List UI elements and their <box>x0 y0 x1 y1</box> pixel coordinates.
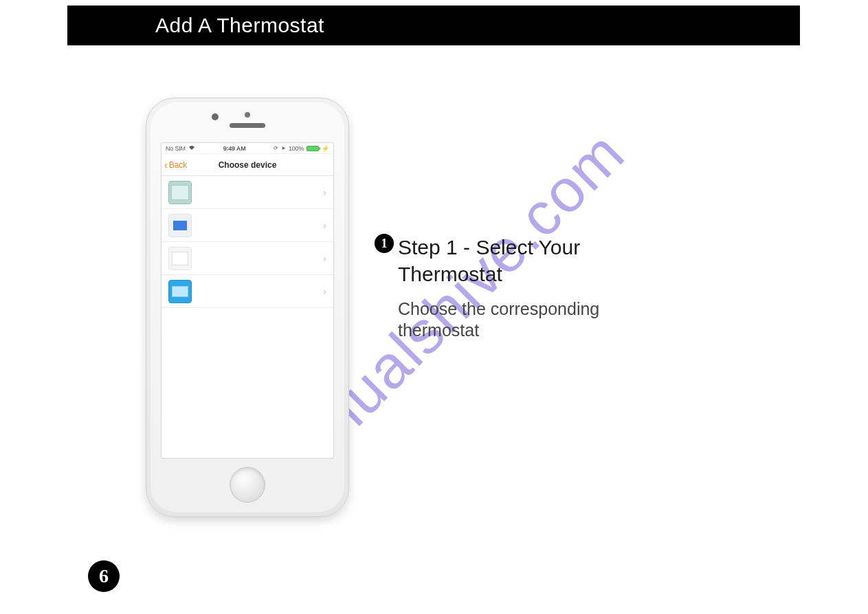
step-heading: 1 Step 1 - Select Your Thermostat <box>375 234 732 287</box>
device-row[interactable]: › <box>162 242 333 275</box>
status-right: ⟳ ➤ 100% ⚡ <box>274 145 329 152</box>
section-title-bar: Add A Thermostat <box>67 6 800 45</box>
phone-body: No SIM 9:49 AM ⟳ ➤ 100% ⚡ ‹ <box>151 102 344 512</box>
step-title-line1: Step 1 - Select Your <box>398 236 580 259</box>
status-time: 9:49 AM <box>223 145 246 152</box>
phone-speaker-slot <box>230 123 265 128</box>
home-button[interactable] <box>230 467 265 503</box>
carrier-label: No SIM <box>166 145 186 152</box>
instruction-block: 1 Step 1 - Select Your Thermostat Choose… <box>375 234 732 342</box>
phone-sensor-dot <box>245 112 250 118</box>
step-description: Choose the corresponding thermostat <box>398 298 659 342</box>
battery-percent: 100% <box>289 145 304 152</box>
thermostat-thumbnail-icon <box>168 280 192 303</box>
chevron-right-icon: › <box>323 286 326 297</box>
chevron-right-icon: › <box>323 253 326 264</box>
chevron-right-icon: › <box>323 187 326 198</box>
device-row[interactable]: › <box>162 275 333 308</box>
device-row[interactable]: › <box>162 176 333 209</box>
device-list: › › › › <box>162 176 333 308</box>
device-row[interactable]: › <box>162 209 333 242</box>
thermostat-thumbnail-icon <box>168 247 192 270</box>
section-title: Add A Thermostat <box>155 14 324 37</box>
rotation-lock-icon: ⟳ <box>274 145 278 151</box>
wifi-icon <box>188 145 195 152</box>
step-number-badge: 1 <box>375 234 394 253</box>
battery-icon <box>307 146 319 151</box>
status-bar: No SIM 9:49 AM ⟳ ➤ 100% ⚡ <box>162 143 333 154</box>
phone-mockup: No SIM 9:49 AM ⟳ ➤ 100% ⚡ ‹ <box>146 98 349 517</box>
screen-title: Choose device <box>162 160 333 170</box>
thermostat-thumbnail-icon <box>168 181 192 204</box>
chevron-right-icon: › <box>323 220 326 231</box>
location-icon: ➤ <box>281 145 286 151</box>
screen-nav-header: ‹ Back Choose device <box>162 154 333 176</box>
phone-screen: No SIM 9:49 AM ⟳ ➤ 100% ⚡ ‹ <box>161 142 334 459</box>
status-left: No SIM <box>166 145 195 152</box>
page-number-badge: 6 <box>88 560 120 592</box>
charging-icon: ⚡ <box>322 145 329 152</box>
step-title-line2: Thermostat <box>398 263 502 285</box>
front-camera-icon <box>212 113 219 120</box>
step-title: Step 1 - Select Your Thermostat <box>398 234 580 287</box>
thermostat-thumbnail-icon <box>168 214 192 237</box>
